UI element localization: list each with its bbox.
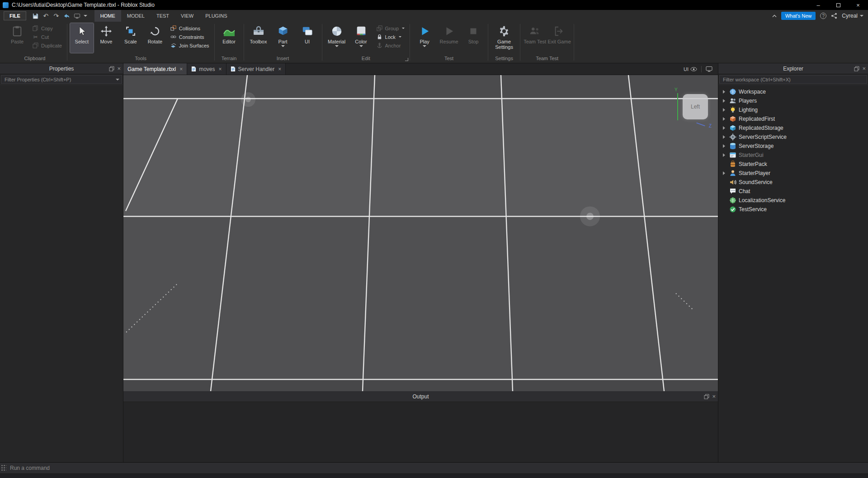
explorer-item-sound-service[interactable]: SoundService — [718, 178, 868, 187]
collapse-ribbon-icon[interactable] — [772, 14, 777, 18]
terrain-editor-button[interactable]: Editor — [217, 23, 241, 53]
select-tool-button[interactable]: Select — [70, 23, 94, 53]
toolbox-button[interactable]: Toolbox — [247, 23, 270, 53]
viewport-3d[interactable]: Y Left Z — [123, 75, 718, 391]
explorer-item-starter-gui[interactable]: StarterGui — [718, 151, 868, 160]
script-icon — [231, 66, 236, 72]
move-tool-button[interactable]: Move — [94, 23, 118, 53]
scale-tool-button[interactable]: Scale — [119, 23, 142, 53]
minimize-button[interactable]: – — [808, 0, 828, 10]
close-panel-icon[interactable]: × — [712, 393, 716, 399]
paste-button[interactable]: Paste — [5, 23, 29, 53]
drag-handle-icon[interactable] — [1, 464, 6, 472]
group-button[interactable]: Group — [374, 24, 407, 33]
account-menu[interactable]: Cyreal — [842, 13, 863, 19]
whats-new-button[interactable]: What's New — [781, 12, 816, 20]
exit-game-button[interactable]: Exit Game — [547, 23, 571, 53]
undo-icon[interactable]: ↶ — [42, 12, 50, 20]
properties-filter-input[interactable] — [1, 75, 122, 84]
redo-icon[interactable]: ↷ — [52, 12, 60, 20]
chevron-right-icon[interactable] — [722, 126, 727, 130]
material-dropdown-caret-icon[interactable] — [335, 45, 339, 49]
team-test-button[interactable]: Team Test — [523, 23, 547, 53]
explorer-item-lighting[interactable]: Lighting — [718, 105, 868, 114]
maximize-button[interactable] — [828, 0, 848, 10]
color-button[interactable]: Color — [349, 23, 373, 53]
resume-button[interactable]: Resume — [437, 23, 461, 53]
explorer-item-starter-pack[interactable]: StarterPack — [718, 160, 868, 169]
screenshot-icon[interactable] — [63, 12, 71, 20]
part-button[interactable]: Part — [271, 23, 295, 53]
close-panel-icon[interactable]: × — [117, 66, 121, 71]
close-tab-icon[interactable]: × — [278, 66, 281, 72]
float-panel-icon[interactable] — [854, 66, 859, 71]
command-bar-input[interactable] — [6, 465, 868, 471]
save-icon[interactable] — [32, 12, 39, 20]
material-button[interactable]: Material — [325, 23, 349, 53]
doc-tab-game-template[interactable]: Game Template.rbxl × — [123, 63, 187, 75]
play-button[interactable]: Play — [413, 23, 436, 53]
anchor-button[interactable]: Anchor — [374, 41, 407, 50]
explorer-item-server-storage[interactable]: ServerStorage — [718, 142, 868, 151]
explorer-item-localization-service[interactable]: LocalizationService — [718, 196, 868, 205]
explorer-item-starter-player[interactable]: StarterPlayer — [718, 169, 868, 178]
doc-tab-moves[interactable]: moves × — [187, 63, 226, 75]
chevron-right-icon[interactable] — [722, 117, 727, 121]
chevron-right-icon[interactable] — [722, 108, 727, 112]
copy-button[interactable]: Copy — [30, 24, 64, 33]
tab-test[interactable]: TEST — [151, 10, 175, 22]
close-tab-icon[interactable]: × — [219, 66, 222, 72]
filter-dropdown-caret-icon[interactable] — [116, 79, 119, 82]
float-panel-icon[interactable] — [109, 66, 114, 71]
edit-dialog-launcher-icon[interactable] — [405, 58, 408, 61]
chevron-right-icon[interactable] — [722, 90, 727, 94]
duplicate-button[interactable]: Duplicate — [30, 41, 64, 50]
play-dropdown-caret-icon[interactable] — [423, 45, 426, 49]
collisions-toggle[interactable]: Collisions — [168, 24, 212, 33]
chevron-right-icon[interactable] — [722, 153, 727, 157]
output-content[interactable] — [123, 402, 718, 462]
join-surfaces-toggle[interactable]: Join Surfaces — [168, 41, 212, 50]
float-panel-icon[interactable] — [704, 394, 709, 399]
device-emulation-icon[interactable] — [706, 66, 712, 72]
close-tab-icon[interactable]: × — [179, 66, 183, 72]
game-settings-button[interactable]: Game Settings — [491, 23, 517, 53]
tab-plugins[interactable]: PLUGINS — [199, 10, 233, 22]
qat-customize-caret-icon[interactable] — [84, 15, 87, 19]
ribbon-tabs: HOME MODEL TEST VIEW PLUGINS — [94, 10, 233, 22]
chevron-right-icon[interactable] — [722, 144, 727, 148]
doc-tab-server-handler[interactable]: Server Handler × — [226, 63, 286, 75]
ui-button[interactable]: UI — [296, 23, 319, 53]
explorer-item-server-script-service[interactable]: ServerScriptService — [718, 133, 868, 142]
ui-visibility-toggle[interactable]: UI — [684, 66, 697, 72]
view-cube-face[interactable]: Left — [683, 94, 708, 119]
rotate-tool-button[interactable]: Rotate — [143, 23, 167, 53]
explorer-item-replicated-first[interactable]: ReplicatedFirst — [718, 114, 868, 123]
close-panel-icon[interactable]: × — [862, 66, 866, 71]
stop-button[interactable]: Stop — [462, 23, 485, 53]
lock-caret-icon[interactable] — [399, 36, 401, 39]
tab-model[interactable]: MODEL — [121, 10, 151, 22]
tab-view[interactable]: VIEW — [175, 10, 199, 22]
explorer-filter-input[interactable] — [719, 75, 867, 84]
explorer-item-test-service[interactable]: TestService — [718, 205, 868, 214]
record-icon[interactable] — [73, 12, 81, 20]
color-dropdown-caret-icon[interactable] — [359, 45, 363, 49]
help-icon[interactable]: ? — [820, 13, 826, 19]
lock-button[interactable]: Lock — [374, 33, 407, 41]
file-menu-button[interactable]: FILE — [4, 11, 26, 20]
explorer-item-workspace[interactable]: Workspace — [718, 87, 868, 96]
view-selector-cube[interactable]: Y Left Z — [668, 89, 712, 128]
explorer-item-players[interactable]: Players — [718, 96, 868, 105]
chevron-right-icon[interactable] — [722, 99, 727, 103]
close-window-button[interactable]: × — [848, 0, 868, 10]
explorer-item-chat[interactable]: Chat — [718, 187, 868, 196]
chevron-right-icon[interactable] — [722, 135, 727, 139]
part-dropdown-caret-icon[interactable] — [281, 45, 285, 49]
explorer-item-replicated-storage[interactable]: ReplicatedStorage — [718, 123, 868, 133]
cut-button[interactable]: ✂ Cut — [30, 33, 64, 41]
constraints-toggle[interactable]: Constraints — [168, 33, 212, 41]
share-icon[interactable] — [831, 13, 837, 19]
chevron-right-icon[interactable] — [722, 171, 727, 175]
tab-home[interactable]: HOME — [94, 10, 121, 22]
